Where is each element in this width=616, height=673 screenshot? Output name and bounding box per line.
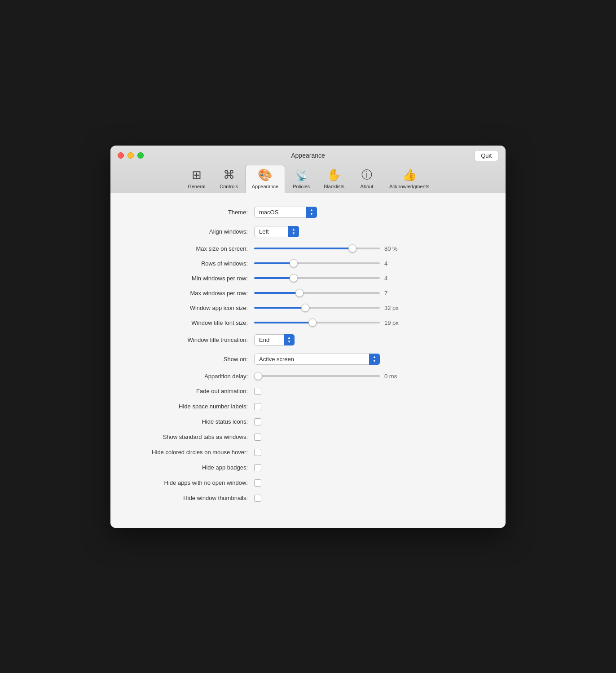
fade-row: Fade out animation: bbox=[137, 388, 479, 395]
about-icon: ⓘ bbox=[361, 168, 372, 182]
apparition-slider[interactable] bbox=[254, 375, 380, 377]
hide-badges-checkbox[interactable] bbox=[254, 464, 261, 471]
show-tabs-row: Show standard tabs as windows: bbox=[137, 434, 479, 441]
hide-no-window-control bbox=[254, 479, 479, 487]
apparition-control: 0 ms bbox=[254, 373, 479, 380]
minimize-button[interactable] bbox=[128, 152, 134, 159]
show-on-label: Show on: bbox=[137, 356, 254, 363]
font-size-value: 19 px bbox=[384, 319, 407, 326]
acknowledgments-icon: 👍 bbox=[402, 168, 417, 182]
rows-slider[interactable] bbox=[254, 262, 380, 264]
min-per-row-label: Min windows per row: bbox=[137, 275, 254, 282]
max-per-row-row: Max windows per row: 7 bbox=[137, 290, 479, 297]
rows-control: 4 bbox=[254, 260, 479, 267]
max-size-label: Max size on screen: bbox=[137, 245, 254, 252]
hide-circles-row: Hide colored circles on mouse hover: bbox=[137, 449, 479, 456]
fade-control bbox=[254, 388, 479, 395]
show-tabs-checkbox[interactable] bbox=[254, 434, 261, 441]
max-size-slider[interactable] bbox=[254, 248, 380, 249]
show-tabs-label: Show standard tabs as windows: bbox=[137, 434, 254, 440]
toolbar-item-policies[interactable]: 📡 Policies bbox=[285, 168, 317, 193]
truncation-control: End ▲ ▼ bbox=[254, 334, 479, 345]
align-row: Align windows: Left ▲ ▼ bbox=[137, 226, 479, 237]
hide-no-window-checkbox[interactable] bbox=[254, 479, 261, 487]
rows-row: Rows of windows: 4 bbox=[137, 260, 479, 267]
max-per-row-value: 7 bbox=[384, 290, 407, 297]
hide-badges-row: Hide app badges: bbox=[137, 464, 479, 471]
truncation-select[interactable]: End bbox=[254, 334, 295, 345]
toolbar-label-appearance: Appearance bbox=[252, 184, 278, 189]
icon-size-control: 32 px bbox=[254, 305, 479, 311]
theme-row: Theme: macOS ▲ ▼ bbox=[137, 207, 479, 218]
hide-status-checkbox[interactable] bbox=[254, 418, 261, 425]
fade-checkbox[interactable] bbox=[254, 388, 261, 395]
hide-space-row: Hide space number labels: bbox=[137, 403, 479, 410]
icon-size-slider[interactable] bbox=[254, 307, 380, 309]
window-title: Appearance bbox=[291, 152, 325, 159]
apparition-row: Apparition delay: 0 ms bbox=[137, 373, 479, 380]
toolbar-label-controls: Controls bbox=[220, 184, 238, 189]
toolbar-item-appearance[interactable]: 🎨 Appearance bbox=[245, 165, 285, 193]
hide-thumbnails-row: Hide window thumbnails: bbox=[137, 495, 479, 502]
align-label: Align windows: bbox=[137, 228, 254, 235]
hide-status-row: Hide status icons: bbox=[137, 418, 479, 425]
toolbar-item-acknowledgments[interactable]: 👍 Acknowledgments bbox=[383, 165, 436, 193]
icon-size-row: Window app icon size: 32 px bbox=[137, 305, 479, 311]
toolbar-item-controls[interactable]: ⌘ Controls bbox=[213, 165, 245, 193]
close-button[interactable] bbox=[118, 152, 124, 159]
min-per-row-control: 4 bbox=[254, 275, 479, 282]
hide-thumbnails-checkbox[interactable] bbox=[254, 495, 261, 502]
maximize-button[interactable] bbox=[137, 152, 144, 159]
hide-badges-label: Hide app badges: bbox=[137, 464, 254, 471]
toolbar-item-about[interactable]: ⓘ About bbox=[351, 165, 383, 193]
min-per-row-row: Min windows per row: 4 bbox=[137, 275, 479, 282]
max-size-control: 80 % bbox=[254, 245, 479, 252]
show-on-row: Show on: Active screen ▲ ▼ bbox=[137, 354, 479, 365]
font-size-label: Window title font size: bbox=[137, 319, 254, 326]
fade-label: Fade out animation: bbox=[137, 388, 254, 394]
icon-size-label: Window app icon size: bbox=[137, 305, 254, 311]
hide-space-control bbox=[254, 403, 479, 410]
rows-value: 4 bbox=[384, 260, 407, 267]
hide-thumbnails-label: Hide window thumbnails: bbox=[137, 495, 254, 501]
controls-icon: ⌘ bbox=[223, 168, 235, 182]
hide-no-window-row: Hide apps with no open window: bbox=[137, 479, 479, 487]
show-on-control: Active screen ▲ ▼ bbox=[254, 354, 479, 365]
toolbar-label-general: General bbox=[188, 184, 205, 189]
content-area: Theme: macOS ▲ ▼ Align windows: bbox=[110, 193, 506, 528]
truncation-select-wrap[interactable]: End ▲ ▼ bbox=[254, 334, 295, 345]
toolbar: ⊞ General ⌘ Controls 🎨 Appearance 📡 Poli… bbox=[180, 165, 436, 193]
theme-control: macOS ▲ ▼ bbox=[254, 207, 479, 218]
hide-thumbnails-control bbox=[254, 495, 479, 502]
quit-button[interactable]: Quit bbox=[474, 150, 498, 161]
toolbar-label-blacklists: Blacklists bbox=[324, 184, 344, 189]
hide-no-window-label: Hide apps with no open window: bbox=[137, 479, 254, 486]
show-on-select[interactable]: Active screen bbox=[254, 354, 380, 365]
max-per-row-label: Max windows per row: bbox=[137, 290, 254, 297]
theme-select-wrap[interactable]: macOS ▲ ▼ bbox=[254, 207, 317, 218]
hide-space-checkbox[interactable] bbox=[254, 403, 261, 410]
show-on-select-wrap[interactable]: Active screen ▲ ▼ bbox=[254, 354, 380, 365]
truncation-row: Window title truncation: End ▲ ▼ bbox=[137, 334, 479, 345]
truncation-label: Window title truncation: bbox=[137, 336, 254, 343]
main-window: Appearance Quit ⊞ General ⌘ Controls 🎨 A… bbox=[110, 146, 506, 528]
hide-space-label: Hide space number labels: bbox=[137, 403, 254, 410]
min-per-row-value: 4 bbox=[384, 275, 407, 282]
font-size-slider[interactable] bbox=[254, 322, 380, 323]
align-select[interactable]: Left bbox=[254, 226, 299, 237]
blacklists-icon: ✋ bbox=[327, 168, 341, 182]
policies-icon: 📡 bbox=[295, 170, 308, 182]
min-per-row-slider[interactable] bbox=[254, 277, 380, 279]
hide-circles-label: Hide colored circles on mouse hover: bbox=[137, 449, 254, 456]
hide-circles-checkbox[interactable] bbox=[254, 449, 261, 456]
rows-label: Rows of windows: bbox=[137, 260, 254, 267]
toolbar-label-policies: Policies bbox=[293, 184, 310, 189]
max-per-row-slider[interactable] bbox=[254, 292, 380, 294]
align-select-wrap[interactable]: Left ▲ ▼ bbox=[254, 226, 299, 237]
toolbar-item-general[interactable]: ⊞ General bbox=[180, 165, 213, 193]
toolbar-item-blacklists[interactable]: ✋ Blacklists bbox=[317, 165, 351, 193]
hide-status-label: Hide status icons: bbox=[137, 418, 254, 425]
titlebar: Appearance Quit ⊞ General ⌘ Controls 🎨 A… bbox=[110, 146, 506, 193]
toolbar-label-acknowledgments: Acknowledgments bbox=[389, 184, 429, 189]
theme-select[interactable]: macOS bbox=[254, 207, 317, 218]
